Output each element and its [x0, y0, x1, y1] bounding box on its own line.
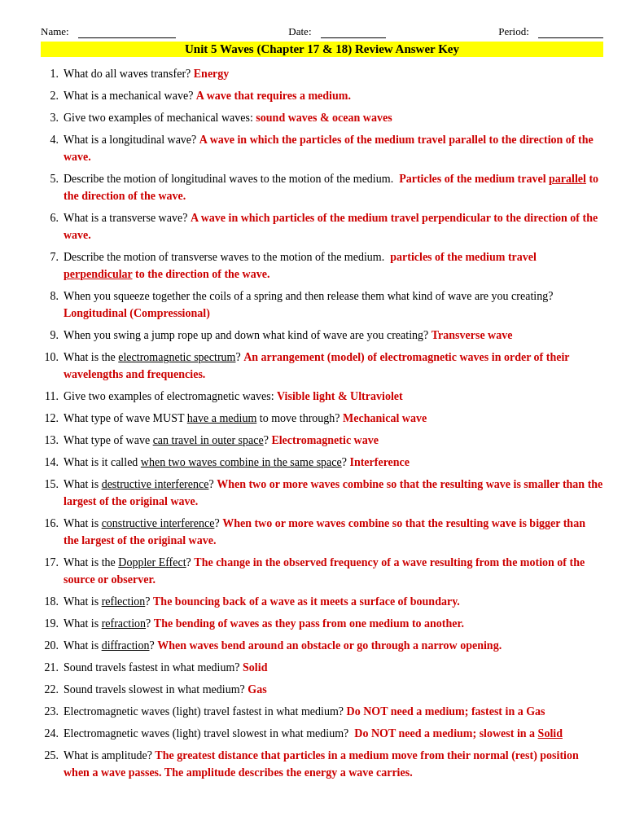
list-item: 24. Electromagnetic waves (light) travel…: [41, 725, 603, 742]
list-item: 9. When you swing a jump rope up and dow…: [41, 327, 603, 344]
list-item: 1. What do all waves transfer? Energy: [41, 65, 603, 82]
list-item: 25. What is amplitude? The greatest dist…: [41, 747, 603, 781]
list-item: 18. What is reflection? The bouncing bac…: [41, 593, 603, 610]
period-field: Period:: [498, 24, 603, 38]
list-item: 5. Describe the motion of longitudinal w…: [41, 170, 603, 204]
list-item: 8. When you squeeze together the coils o…: [41, 288, 603, 322]
header: Name: Date: Period:: [41, 24, 603, 38]
list-item: 6. What is a transverse wave? A wave in …: [41, 209, 603, 244]
list-item: 21. Sound travels fastest in what medium…: [41, 659, 603, 676]
list-item: 22. Sound travels slowest in what medium…: [41, 681, 603, 698]
list-item: 23. Electromagnetic waves (light) travel…: [41, 703, 603, 720]
questions-list: 1. What do all waves transfer? Energy 2.…: [41, 65, 603, 781]
list-item: 19. What is refraction? The bending of w…: [41, 615, 603, 632]
list-item: 3. Give two examples of mechanical waves…: [41, 109, 603, 126]
list-item: 13. What type of wave can travel in oute…: [41, 432, 603, 449]
list-item: 11. Give two examples of electromagnetic…: [41, 388, 603, 405]
date-field: Date:: [288, 24, 385, 38]
list-item: 12. What type of wave MUST have a medium…: [41, 410, 603, 427]
list-item: 2. What is a mechanical wave? A wave tha…: [41, 87, 603, 104]
list-item: 10. What is the electromagnetic spectrum…: [41, 349, 603, 383]
list-item: 15. What is destructive interference? Wh…: [41, 476, 603, 510]
list-item: 17. What is the Doppler Effect? The chan…: [41, 554, 603, 588]
list-item: 4. What is a longitudinal wave? A wave i…: [41, 131, 603, 165]
list-item: 14. What is it called when two waves com…: [41, 454, 603, 471]
list-item: 7. Describe the motion of transverse wav…: [41, 248, 603, 283]
list-item: 20. What is diffraction? When waves bend…: [41, 637, 603, 654]
name-field: Name:: [41, 24, 176, 38]
list-item: 16. What is constructive interference? W…: [41, 515, 603, 549]
page-title: Unit 5 Waves (Chapter 17 & 18) Review An…: [41, 42, 603, 57]
